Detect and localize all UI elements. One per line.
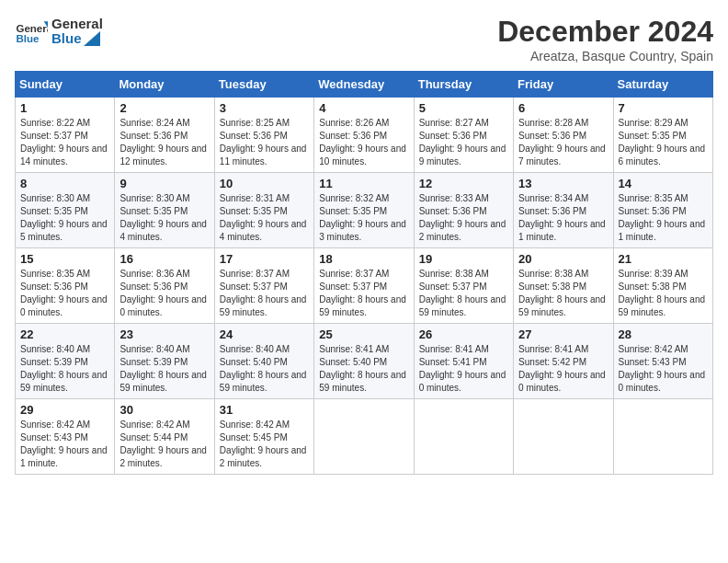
sunrise: Sunrise: 8:37 AM: [319, 269, 389, 279]
calendar-week-row: 22 Sunrise: 8:40 AM Sunset: 5:39 PM Dayl…: [16, 324, 713, 399]
day-info: Sunrise: 8:38 AM Sunset: 5:37 PM Dayligh…: [419, 268, 508, 319]
sunrise: Sunrise: 8:39 AM: [619, 269, 688, 279]
table-row: 5 Sunrise: 8:27 AM Sunset: 5:36 PM Dayli…: [414, 98, 513, 173]
sunset: Sunset: 5:39 PM: [119, 357, 188, 367]
sunset: Sunset: 5:36 PM: [419, 206, 487, 216]
sunset: Sunset: 5:36 PM: [518, 131, 586, 141]
sunset: Sunset: 5:38 PM: [619, 282, 687, 292]
day-number: 27: [518, 327, 608, 341]
svg-text:General: General: [16, 23, 48, 34]
daylight: Daylight: 8 hours and 59 minutes.: [119, 370, 207, 393]
day-number: 21: [619, 252, 708, 266]
svg-marker-3: [84, 31, 100, 46]
col-wednesday: Wednesday: [314, 72, 414, 98]
table-row: 6 Sunrise: 8:28 AM Sunset: 5:36 PM Dayli…: [514, 98, 613, 173]
daylight: Daylight: 9 hours and 0 minutes.: [619, 370, 706, 393]
daylight: Daylight: 9 hours and 3 minutes.: [319, 219, 406, 242]
header: General Blue General Blue December 2024 …: [15, 15, 713, 63]
table-row: 9 Sunrise: 8:30 AM Sunset: 5:35 PM Dayli…: [115, 173, 214, 248]
table-row: [314, 399, 414, 475]
daylight: Daylight: 8 hours and 59 minutes.: [518, 294, 606, 317]
day-info: Sunrise: 8:28 AM Sunset: 5:36 PM Dayligh…: [518, 117, 608, 168]
sunrise: Sunrise: 8:40 AM: [220, 344, 290, 354]
table-row: 12 Sunrise: 8:33 AM Sunset: 5:36 PM Dayl…: [414, 173, 513, 248]
daylight: Daylight: 8 hours and 59 minutes.: [220, 294, 307, 317]
day-info: Sunrise: 8:29 AM Sunset: 5:35 PM Dayligh…: [619, 117, 708, 168]
day-number: 2: [119, 101, 209, 115]
day-number: 29: [20, 403, 109, 417]
day-info: Sunrise: 8:36 AM Sunset: 5:36 PM Dayligh…: [119, 268, 209, 319]
col-monday: Monday: [115, 72, 214, 98]
sunset: Sunset: 5:36 PM: [119, 282, 188, 292]
logo-general-text: General: [51, 17, 103, 32]
day-info: Sunrise: 8:31 AM Sunset: 5:35 PM Dayligh…: [220, 192, 309, 244]
daylight: Daylight: 9 hours and 0 minutes.: [20, 294, 108, 317]
day-number: 28: [619, 327, 708, 341]
daylight: Daylight: 8 hours and 59 minutes.: [220, 370, 307, 393]
daylight: Daylight: 8 hours and 59 minutes.: [319, 370, 406, 393]
day-info: Sunrise: 8:26 AM Sunset: 5:36 PM Dayligh…: [319, 117, 408, 168]
table-row: 19 Sunrise: 8:38 AM Sunset: 5:37 PM Dayl…: [414, 248, 513, 324]
day-info: Sunrise: 8:42 AM Sunset: 5:45 PM Dayligh…: [220, 419, 309, 470]
sunset: Sunset: 5:35 PM: [619, 131, 687, 141]
sunset: Sunset: 5:36 PM: [518, 206, 586, 216]
sunset: Sunset: 5:37 PM: [220, 282, 288, 292]
day-info: Sunrise: 8:35 AM Sunset: 5:36 PM Dayligh…: [20, 268, 109, 319]
day-number: 23: [119, 327, 209, 341]
day-number: 1: [20, 101, 109, 115]
daylight: Daylight: 9 hours and 5 minutes.: [20, 219, 108, 242]
calendar-week-row: 29 Sunrise: 8:42 AM Sunset: 5:43 PM Dayl…: [16, 399, 713, 475]
table-row: 11 Sunrise: 8:32 AM Sunset: 5:35 PM Dayl…: [314, 173, 414, 248]
col-saturday: Saturday: [613, 72, 712, 98]
daylight: Daylight: 9 hours and 2 minutes.: [220, 445, 307, 468]
table-row: 28 Sunrise: 8:42 AM Sunset: 5:43 PM Dayl…: [613, 324, 712, 399]
day-info: Sunrise: 8:42 AM Sunset: 5:43 PM Dayligh…: [619, 343, 708, 395]
sunset: Sunset: 5:36 PM: [119, 131, 188, 141]
calendar-week-row: 8 Sunrise: 8:30 AM Sunset: 5:35 PM Dayli…: [16, 173, 713, 248]
sunrise: Sunrise: 8:35 AM: [20, 269, 90, 279]
daylight: Daylight: 9 hours and 12 minutes.: [119, 144, 207, 167]
sunset: Sunset: 5:37 PM: [319, 282, 387, 292]
col-friday: Friday: [514, 72, 613, 98]
sunrise: Sunrise: 8:37 AM: [220, 269, 290, 279]
daylight: Daylight: 9 hours and 11 minutes.: [220, 144, 307, 167]
table-row: 24 Sunrise: 8:40 AM Sunset: 5:40 PM Dayl…: [214, 324, 313, 399]
day-info: Sunrise: 8:27 AM Sunset: 5:36 PM Dayligh…: [419, 117, 508, 168]
day-number: 15: [20, 252, 109, 266]
table-row: [514, 399, 613, 475]
table-row: 25 Sunrise: 8:41 AM Sunset: 5:40 PM Dayl…: [314, 324, 414, 399]
daylight: Daylight: 9 hours and 10 minutes.: [319, 144, 406, 167]
day-number: 16: [119, 252, 209, 266]
sunrise: Sunrise: 8:27 AM: [419, 118, 489, 128]
sunset: Sunset: 5:44 PM: [119, 432, 188, 442]
sunrise: Sunrise: 8:42 AM: [619, 344, 688, 354]
sunset: Sunset: 5:41 PM: [419, 357, 487, 367]
day-info: Sunrise: 8:41 AM Sunset: 5:42 PM Dayligh…: [518, 343, 608, 395]
day-number: 13: [518, 177, 608, 190]
day-number: 8: [20, 177, 109, 190]
sunrise: Sunrise: 8:38 AM: [518, 269, 588, 279]
day-info: Sunrise: 8:30 AM Sunset: 5:35 PM Dayligh…: [20, 192, 109, 244]
day-info: Sunrise: 8:42 AM Sunset: 5:44 PM Dayligh…: [119, 419, 209, 470]
calendar-week-row: 15 Sunrise: 8:35 AM Sunset: 5:36 PM Dayl…: [16, 248, 713, 324]
day-info: Sunrise: 8:42 AM Sunset: 5:43 PM Dayligh…: [20, 419, 109, 470]
sunrise: Sunrise: 8:22 AM: [20, 118, 90, 128]
sunrise: Sunrise: 8:36 AM: [119, 269, 189, 279]
day-number: 9: [119, 177, 209, 190]
day-info: Sunrise: 8:40 AM Sunset: 5:40 PM Dayligh…: [220, 343, 309, 395]
daylight: Daylight: 9 hours and 2 minutes.: [119, 445, 207, 468]
title-area: December 2024 Areatza, Basque Country, S…: [497, 15, 713, 63]
day-info: Sunrise: 8:25 AM Sunset: 5:36 PM Dayligh…: [220, 117, 309, 168]
sunset: Sunset: 5:35 PM: [220, 206, 288, 216]
calendar-week-row: 1 Sunrise: 8:22 AM Sunset: 5:37 PM Dayli…: [16, 98, 713, 173]
daylight: Daylight: 9 hours and 0 minutes.: [419, 370, 506, 393]
svg-text:Blue: Blue: [16, 33, 40, 44]
sunset: Sunset: 5:38 PM: [518, 282, 586, 292]
sunrise: Sunrise: 8:42 AM: [20, 419, 90, 430]
table-row: 3 Sunrise: 8:25 AM Sunset: 5:36 PM Dayli…: [214, 98, 313, 173]
day-info: Sunrise: 8:41 AM Sunset: 5:41 PM Dayligh…: [419, 343, 508, 395]
table-row: 16 Sunrise: 8:36 AM Sunset: 5:36 PM Dayl…: [115, 248, 214, 324]
logo-arrow-icon: [84, 31, 100, 46]
sunrise: Sunrise: 8:33 AM: [419, 193, 489, 203]
sunrise: Sunrise: 8:32 AM: [319, 193, 389, 203]
